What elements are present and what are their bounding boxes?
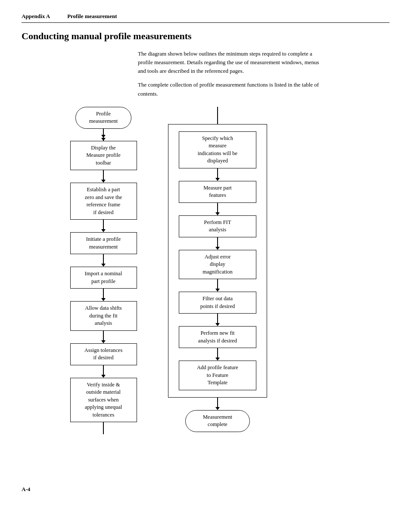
flow-box-verify-surfaces: Verify inside & outside material surface…	[70, 378, 137, 423]
intro-para1: The diagram shown below outlines the min…	[138, 50, 323, 75]
page-footer: A-4	[22, 486, 389, 493]
page-header: Appendix A Profile measurement	[22, 13, 389, 23]
flow-box-measurement-complete: Measurement complete	[185, 410, 250, 432]
flow-box-establish-part-zero: Establish a part zero and save the refer…	[70, 183, 137, 220]
flow-label-add-profile-feature: Add profile feature to Feature Template	[197, 364, 238, 386]
page-number: A-4	[22, 486, 30, 492]
section-title: Conducting manual profile measurements	[22, 31, 389, 42]
intro-para2: The complete collection of profile measu…	[138, 81, 323, 98]
diagram-area: Profile measurement Display the Measure …	[22, 107, 389, 473]
flow-label-measure-part-features: Measure part features	[203, 185, 232, 199]
arrow-1	[103, 129, 104, 141]
flow-label-import-nominal: Import a nominal part profile	[85, 271, 122, 284]
header-title: Profile measurement	[67, 13, 117, 20]
flow-box-perform-new-fit: Perform new fit analysis if desired	[179, 326, 256, 348]
flow-label-display-toolbar: Display the Measure profile toolbar	[86, 145, 120, 166]
flow-label-establish-part-zero: Establish a part zero and save the refer…	[85, 187, 122, 215]
flow-label-measurement-complete: Measurement complete	[203, 414, 232, 428]
flow-box-initiate-profile: Initiate a profile measurement	[70, 232, 137, 254]
flow-label-verify-surfaces: Verify inside & outside material surface…	[85, 382, 122, 418]
flow-box-display-toolbar: Display the Measure profile toolbar	[70, 141, 137, 171]
flow-label-filter-data: Filter out data points if desired	[200, 296, 235, 309]
flow-label-perform-new-fit: Perform new fit analysis if desired	[198, 330, 237, 344]
flow-box-import-nominal: Import a nominal part profile	[70, 267, 137, 289]
flow-box-specify-indications: Specify which measure indications will b…	[179, 131, 256, 168]
flow-box-measure-part-features: Measure part features	[179, 181, 256, 203]
flow-label-allow-data-shifts: Allow data shifts during the fit analysi…	[85, 305, 121, 326]
flow-box-assign-tolerances: Assign tolerances if desired	[70, 343, 137, 365]
flow-label-profile-measurement: Profile measurement	[89, 111, 118, 124]
left-flow-column: Profile measurement Display the Measure …	[22, 107, 159, 473]
right-outer-box: Specify which measure indications will b…	[168, 124, 267, 398]
flow-box-filter-data: Filter out data points if desired	[179, 292, 256, 314]
flow-label-assign-tolerances: Assign tolerances if desired	[84, 347, 123, 361]
flow-label-perform-fit: Perform FIT analysis	[204, 219, 231, 233]
flow-box-adjust-error: Adjust error display magnification	[179, 250, 256, 280]
flow-box-allow-data-shifts: Allow data shifts during the fit analysi…	[70, 301, 137, 331]
appendix-label: Appendix A	[22, 13, 50, 20]
flow-label-adjust-error: Adjust error display magnification	[202, 254, 232, 275]
flow-label-initiate-profile: Initiate a profile measurement	[86, 236, 121, 250]
right-flow-section: Specify which measure indications will b…	[159, 107, 267, 473]
flow-box-add-profile-feature: Add profile feature to Feature Template	[179, 361, 256, 390]
flow-label-specify-indications: Specify which measure indications will b…	[198, 135, 237, 164]
flow-box-perform-fit: Perform FIT analysis	[179, 215, 256, 237]
flow-box-profile-measurement: Profile measurement	[75, 107, 131, 129]
page: Appendix A Profile measurement Conductin…	[0, 0, 411, 532]
